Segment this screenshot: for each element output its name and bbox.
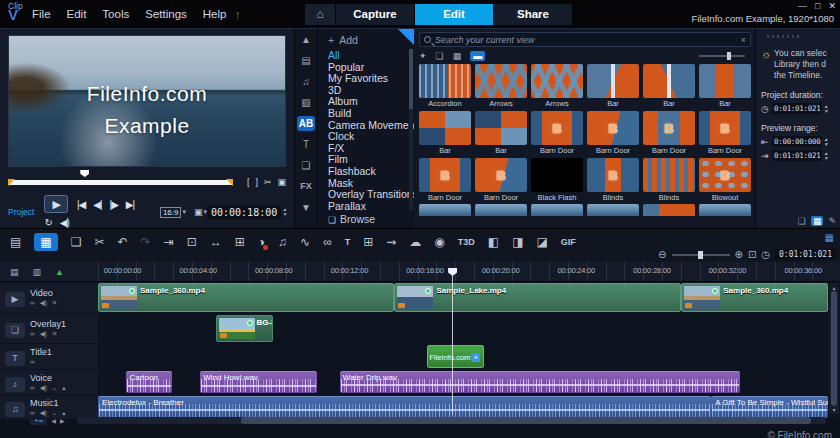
category-flashback[interactable]: Flashback bbox=[318, 166, 414, 178]
search-input[interactable] bbox=[435, 35, 741, 45]
copy-icon[interactable]: ❏ bbox=[71, 233, 82, 251]
transition-item[interactable]: Arrows bbox=[475, 64, 527, 109]
transition-thumbnail[interactable] bbox=[419, 204, 471, 216]
zoom-out-icon[interactable]: ⊖ bbox=[658, 249, 666, 260]
menu-help[interactable]: Help bbox=[203, 8, 227, 20]
track-area-music[interactable]: Electrodelux - BreatherA Gift To Be Simp… bbox=[98, 395, 828, 419]
transition-item[interactable]: Bar bbox=[699, 64, 751, 109]
search-bar[interactable]: × bbox=[419, 32, 751, 47]
category-film[interactable]: Film bbox=[318, 154, 414, 166]
project-duration-value[interactable]: 0:01:01:021 bbox=[772, 103, 822, 114]
transition-item[interactable]: BBarn Door bbox=[531, 111, 583, 156]
enlarge-preview-icon[interactable]: ▣ bbox=[277, 177, 286, 187]
transitions-icon[interactable]: AB bbox=[297, 116, 315, 131]
transition-item[interactable]: Bar bbox=[419, 111, 471, 156]
3d-title-icon[interactable]: T3D bbox=[458, 233, 475, 251]
speed-icon[interactable]: ∿ bbox=[300, 233, 310, 251]
redo-icon[interactable]: ↷ bbox=[141, 233, 151, 251]
transition-item[interactable]: Bar bbox=[587, 64, 639, 109]
add-favorite-icon[interactable]: ✦ bbox=[419, 51, 427, 61]
clip[interactable]: A Gift To Be Simple - Wistful Sunse bbox=[711, 396, 828, 418]
mark-out-value[interactable]: 0:01:01:021 bbox=[772, 150, 822, 161]
menu-file[interactable]: File bbox=[32, 8, 51, 20]
track-area-title[interactable]: FileInfo.com+ bbox=[98, 344, 828, 369]
transition-item[interactable]: BBarn Door bbox=[475, 158, 527, 203]
clip[interactable]: Electrodelux - Breather bbox=[98, 396, 711, 418]
transparency-icon[interactable]: ◪ bbox=[537, 233, 548, 251]
volume-button[interactable]: ◀) bbox=[60, 217, 69, 228]
menu-settings[interactable]: Settings bbox=[145, 8, 187, 20]
mute-icon[interactable]: ◀) bbox=[40, 329, 47, 338]
track-area-video[interactable]: Sample_360.mp4Sample_Lake.mp4Sample_360.… bbox=[98, 282, 828, 313]
category-parallax[interactable]: Parallax bbox=[318, 201, 414, 213]
minimize-button[interactable]: — bbox=[798, 1, 807, 11]
transition-item[interactable]: Black Flash bbox=[531, 158, 583, 203]
link-icon[interactable]: ∞ bbox=[30, 357, 35, 366]
aspect-ratio-select[interactable]: 16:9 bbox=[160, 207, 182, 218]
transition-thumbnail[interactable] bbox=[531, 204, 583, 216]
overlays-icon[interactable]: ❏ bbox=[297, 158, 315, 173]
thumbnail-size-slider[interactable] bbox=[699, 55, 745, 57]
view-mode-icon[interactable]: ▬ bbox=[470, 51, 485, 61]
storyboard-view-icon[interactable]: ▤ bbox=[10, 233, 21, 251]
play-button[interactable]: ▶ bbox=[44, 195, 67, 213]
titles-icon[interactable]: T bbox=[297, 137, 315, 152]
blend-icon[interactable]: ∞ bbox=[323, 233, 332, 251]
link-icon[interactable]: ∞ bbox=[30, 383, 35, 392]
scroll-up-icon[interactable]: ▲ bbox=[297, 32, 315, 47]
prev-frame-button[interactable]: ◀| bbox=[93, 199, 101, 210]
filters-icon[interactable]: FX bbox=[297, 179, 315, 194]
overlay-icon[interactable]: ❏ bbox=[5, 323, 25, 338]
display-size-select[interactable]: ▣ bbox=[194, 207, 203, 217]
copy-items-icon[interactable]: ❏ bbox=[436, 51, 444, 61]
tab-share[interactable]: Share bbox=[494, 4, 572, 25]
subtitle-editor-icon[interactable]: T bbox=[345, 233, 351, 251]
title-icon[interactable]: T bbox=[5, 351, 25, 366]
add-track-menu-icon[interactable]: ▲ bbox=[55, 267, 64, 277]
transition-thumbnail[interactable] bbox=[587, 204, 639, 216]
color-grading-icon[interactable]: ◑ bbox=[258, 233, 265, 251]
clip[interactable]: BG-B0 bbox=[216, 315, 274, 342]
transition-item[interactable]: Accordion bbox=[419, 64, 471, 109]
timeline-view-icon[interactable]: ▦ bbox=[34, 233, 57, 251]
effects-icon[interactable]: ✕ bbox=[52, 298, 57, 307]
undo-icon[interactable]: ↶ bbox=[118, 233, 128, 251]
transition-item[interactable]: Arrows bbox=[531, 64, 583, 109]
speech-to-text-icon[interactable]: ☁ bbox=[409, 233, 421, 251]
trim-end-handle[interactable] bbox=[226, 179, 233, 186]
scrubber-bar[interactable] bbox=[8, 180, 233, 185]
category-scrollbar[interactable] bbox=[409, 49, 413, 210]
music-note-icon[interactable]: ♫ bbox=[5, 402, 25, 417]
multi-trim-icon[interactable]: ✂ bbox=[94, 233, 104, 251]
tab-capture[interactable]: Capture bbox=[336, 4, 414, 25]
track-area-voice[interactable]: CartoonWind Howl.wavWater Drip.wav bbox=[98, 370, 828, 394]
split-screen-icon[interactable]: ⊞ bbox=[363, 233, 373, 251]
motion-tracking-icon[interactable]: ⇝ bbox=[386, 233, 396, 251]
category-my-favorites[interactable]: My Favorites bbox=[318, 73, 414, 85]
category-build[interactable]: Build bbox=[318, 108, 414, 120]
split-clip-icon[interactable]: ✂ bbox=[264, 177, 272, 187]
link-icon[interactable]: ∞ bbox=[30, 408, 35, 417]
mark-in-stepper[interactable]: ▴▾ bbox=[824, 137, 827, 147]
clip[interactable]: Sample_360.mp4 bbox=[681, 283, 828, 312]
scrubber-handle[interactable] bbox=[80, 170, 89, 177]
track-manager-icon[interactable]: ▥ bbox=[33, 267, 42, 277]
scroll-up-icon[interactable]: ▴ bbox=[829, 284, 839, 291]
face-effects-icon[interactable]: ◉ bbox=[434, 233, 444, 251]
insert-frame-icon[interactable]: ⊞ bbox=[235, 233, 245, 251]
pan-zoom-icon[interactable]: ◨ bbox=[512, 233, 523, 251]
go-end-button[interactable]: ▶| bbox=[126, 199, 134, 210]
timeline-horizontal-scrollbar[interactable] bbox=[77, 417, 826, 424]
category-f-x[interactable]: F/X bbox=[318, 143, 414, 155]
fade-out-icon[interactable]: ▴ bbox=[62, 383, 65, 392]
instant-project-icon[interactable]: ▧ bbox=[297, 95, 315, 110]
video-preview[interactable]: FileInfo.com Example bbox=[8, 35, 286, 167]
category-clock[interactable]: Clock bbox=[318, 131, 414, 143]
fade-in-icon[interactable]: ⌄ bbox=[52, 408, 57, 417]
link-icon[interactable]: ∞ bbox=[30, 329, 35, 338]
scroll-down-icon[interactable]: ▾ bbox=[829, 406, 839, 413]
mark-out-button[interactable]: ] bbox=[255, 177, 258, 187]
scroll-down-icon[interactable]: ▼ bbox=[297, 200, 315, 215]
clip[interactable]: Sample_Lake.mp4 bbox=[394, 283, 681, 312]
mark-in-value[interactable]: 0:00:00:000 bbox=[772, 136, 822, 147]
